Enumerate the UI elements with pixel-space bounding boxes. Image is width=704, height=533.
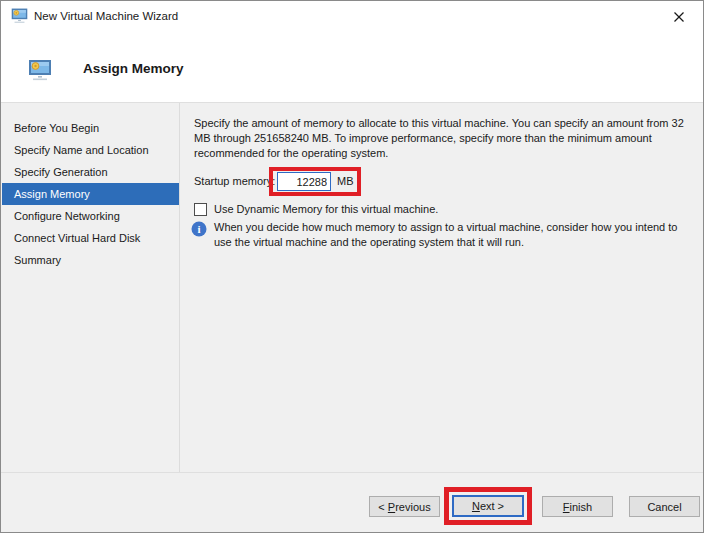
info-icon: i	[191, 221, 207, 237]
info-note-line: use the virtual machine and the operatin…	[214, 235, 524, 250]
sidebar-divider	[179, 103, 180, 472]
sidebar-item-before-you-begin[interactable]: Before You Begin	[2, 117, 179, 139]
sidebar-item-assign-memory[interactable]: Assign Memory	[2, 183, 179, 205]
wizard-header: Assign Memory	[1, 33, 703, 103]
sidebar-item-summary[interactable]: Summary	[2, 249, 179, 271]
title-bar: New Virtual Machine Wizard	[1, 1, 703, 33]
wizard-steps: Before You Begin Specify Name and Locati…	[2, 117, 179, 271]
sidebar-item-configure-networking[interactable]: Configure Networking	[2, 205, 179, 227]
previous-button[interactable]: < Previous	[369, 496, 440, 517]
intro-line: recommended for the operating system.	[194, 146, 388, 161]
dynamic-memory-checkbox[interactable]	[194, 203, 207, 216]
close-button[interactable]	[661, 4, 697, 30]
finish-button[interactable]: Finish	[542, 496, 613, 517]
close-icon	[673, 11, 685, 23]
virtual-machine-icon	[11, 8, 28, 24]
sidebar-item-specify-generation[interactable]: Specify Generation	[2, 161, 179, 183]
sidebar-item-specify-name-and-location[interactable]: Specify Name and Location	[2, 139, 179, 161]
wizard-window: New Virtual Machine Wizard Assign Memory…	[0, 0, 704, 533]
cancel-button[interactable]: Cancel	[629, 496, 700, 517]
startup-memory-input[interactable]	[277, 172, 331, 191]
svg-text:i: i	[197, 223, 200, 235]
info-note-line: When you decide how much memory to assig…	[214, 220, 677, 235]
intro-line: MB through 251658240 MB. To improve perf…	[194, 131, 652, 146]
window-title: New Virtual Machine Wizard	[34, 10, 178, 22]
memory-unit-label: MB	[337, 175, 354, 187]
button-bar-divider	[1, 472, 703, 473]
startup-memory-label: Startup memory:	[194, 175, 275, 187]
sidebar-item-connect-virtual-hard-disk[interactable]: Connect Virtual Hard Disk	[2, 227, 179, 249]
page-title: Assign Memory	[83, 61, 184, 76]
intro-line: Specify the amount of memory to allocate…	[194, 116, 684, 131]
dynamic-memory-label[interactable]: Use Dynamic Memory for this virtual mach…	[214, 203, 438, 215]
virtual-machine-icon	[28, 59, 52, 82]
next-button[interactable]: Next >	[452, 495, 524, 517]
